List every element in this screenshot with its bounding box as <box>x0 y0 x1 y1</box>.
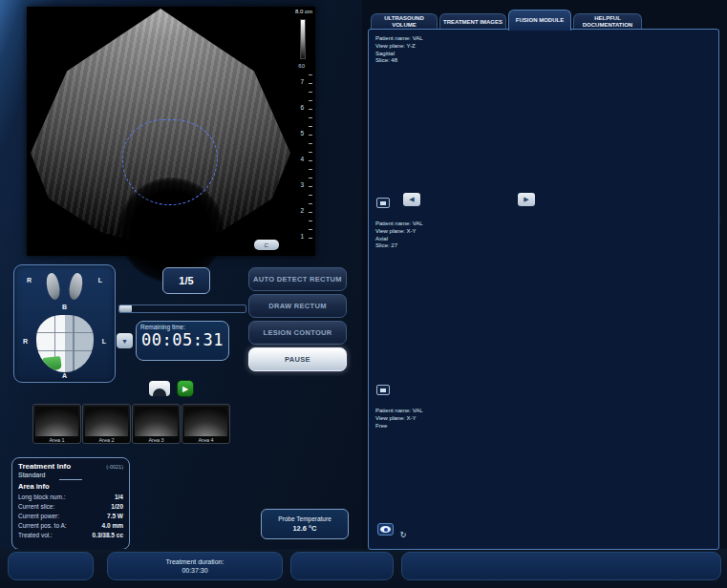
probe-temperature-value: 12.6 °C <box>292 524 316 533</box>
wing-right-label: L <box>98 277 102 284</box>
play-icon: ▶ <box>182 385 188 393</box>
info-row: Long block num.:1/4 <box>18 493 123 502</box>
image-control-button[interactable]: ⊏ <box>254 240 279 250</box>
down-arrow-icon: ▼ <box>121 338 128 345</box>
apex-label: A <box>62 372 67 379</box>
live-ultrasound-view[interactable]: 8.0 cm 60 7 6 5 4 3 2 1 ⊏ <box>27 7 315 256</box>
hifu-treatment-screen: 8.0 cm 60 7 6 5 4 3 2 1 ⊏ R L B R <box>0 0 727 588</box>
info-row: Current slice:1/20 <box>18 502 123 512</box>
active-zone-segment <box>42 356 61 371</box>
treatment-duration-display: Treatment duration: 00:37:30 <box>107 552 283 580</box>
thumbnail-label: Area 3 <box>133 437 180 443</box>
info-row: Current pos. to A:4.0 mm <box>18 521 123 531</box>
depth-label: 8.0 cm <box>295 9 312 14</box>
next-slice-button[interactable]: ▶ <box>518 193 535 206</box>
ruler-label: 3 <box>300 181 304 188</box>
image-tool-icon: ⊏ <box>264 242 268 248</box>
ruler-label: 6 <box>300 104 304 111</box>
seminal-vesicle-left-icon <box>44 272 62 301</box>
left-label: L <box>102 338 106 345</box>
tab-treatment-images[interactable]: TREATMENT IMAGES <box>439 13 506 30</box>
area-info-heading: Area info <box>18 482 123 491</box>
thumbnail-image <box>85 407 128 436</box>
treatment-zone-map: R L B R L A <box>13 264 116 383</box>
tab-fusion-module[interactable]: FUSION MODULE <box>508 10 571 31</box>
probe-temperature-label: Probe Temperature <box>278 515 331 522</box>
play-button[interactable]: ▶ <box>177 380 194 397</box>
left-arrow-icon: ◀ <box>409 196 414 203</box>
ruler-label: 4 <box>300 156 304 162</box>
right-arrow-icon: ▶ <box>524 196 528 203</box>
bottom-pill[interactable] <box>8 552 94 580</box>
area-thumbnail[interactable]: Area 3 <box>132 404 181 444</box>
treatment-info-panel: Treatment Info (-0021) Standard Area inf… <box>11 457 130 550</box>
info-row: Treated vol.:0.3/38.5 cc <box>18 531 123 540</box>
treatment-progress-bar <box>118 304 246 313</box>
base-label: B <box>62 304 67 310</box>
info-row: Current power:7.5 W <box>18 512 123 521</box>
wing-left-label: R <box>27 277 32 284</box>
view-info-label: Patient name: VAL View plane: X-Y Axial … <box>375 220 423 250</box>
depth-ruler: 8.0 cm 60 7 6 5 4 3 2 1 <box>289 8 314 254</box>
rotate-icon: ↻ <box>400 531 407 539</box>
thumbnail-label: Area 4 <box>182 437 229 443</box>
bottom-bar: Treatment duration: 00:37:30 <box>0 549 727 588</box>
area-counter: 1/5 <box>162 267 210 294</box>
probe-temperature-display: Probe Temperature 12.6 °C <box>261 509 349 539</box>
seminal-vesicle-right-icon <box>67 272 85 301</box>
ruler-ticks <box>309 74 312 246</box>
ruler-label: 7 <box>300 78 304 85</box>
probe-status-button[interactable] <box>149 381 170 396</box>
treatment-duration-value: 00:37:30 <box>182 566 207 575</box>
display-mode-icon[interactable] <box>376 198 390 208</box>
bottom-pill[interactable] <box>401 552 721 580</box>
tab-helpful-documentation[interactable]: HELPFUL DOCUMENTATION <box>573 13 642 30</box>
thumbnail-image <box>135 407 178 436</box>
gain-label: 60 <box>298 63 305 69</box>
bottom-pill[interactable] <box>290 552 394 580</box>
remaining-time-display: Remaining time: 00:05:31 <box>136 321 229 361</box>
tab-ultrasound-volume[interactable]: ULTRASOUND VOLUME <box>371 13 438 30</box>
thumbnail-label: Area 1 <box>33 437 80 443</box>
area-thumbnail[interactable]: Area 1 <box>32 404 81 444</box>
display-mode-icon[interactable] <box>376 385 390 395</box>
view-info-label: Patient name: VAL View plane: X-Y Free <box>375 408 423 430</box>
grayscale-bar <box>300 19 306 59</box>
ruler-label: 2 <box>300 207 304 214</box>
thumbnail-label: Area 2 <box>83 437 130 443</box>
progress-fill <box>119 305 132 312</box>
treatment-panel: 8.0 cm 60 7 6 5 4 3 2 1 ⊏ R L B R <box>0 0 362 588</box>
treatment-mode: Standard <box>18 472 123 478</box>
thumbnail-image <box>184 407 227 436</box>
remaining-time-value: 00:05:31 <box>140 330 225 349</box>
ruler-label: 1 <box>300 233 304 240</box>
prev-slice-button[interactable]: ◀ <box>403 193 420 206</box>
area-counter-value: 1/5 <box>179 275 193 286</box>
ruler-label: 5 <box>300 130 304 136</box>
treatment-info-title: Treatment Info <box>18 462 71 471</box>
thumbnail-image <box>35 407 78 436</box>
rotate-view-button[interactable]: ↻ <box>397 529 409 540</box>
fusion-module-container <box>368 29 719 550</box>
probe-icon <box>153 388 166 396</box>
visibility-toggle-button[interactable] <box>377 523 394 536</box>
area-thumbnail[interactable]: Area 2 <box>82 404 131 444</box>
treatment-info-code: (-0021) <box>106 464 123 470</box>
prostate-grid-diagram[interactable] <box>36 315 94 372</box>
pause-button[interactable]: PAUSE <box>248 347 347 371</box>
treatment-duration-label: Treatment duration: <box>166 557 225 566</box>
auto-detect-rectum-button[interactable]: AUTO DETECT RECTUM <box>248 267 347 291</box>
eye-icon <box>380 526 391 533</box>
draw-rectum-button[interactable]: DRAW RECTUM <box>248 294 347 318</box>
remaining-time-label: Remaining time: <box>140 324 225 330</box>
step-down-button[interactable]: ▼ <box>117 333 133 348</box>
area-thumbnail[interactable]: Area 4 <box>182 404 230 444</box>
right-label: R <box>23 338 28 345</box>
lesion-contour-button[interactable]: LESION CONTOUR <box>248 321 347 345</box>
view-info-label: Patient name: VAL View plane: Y-Z Sagitt… <box>375 35 423 65</box>
